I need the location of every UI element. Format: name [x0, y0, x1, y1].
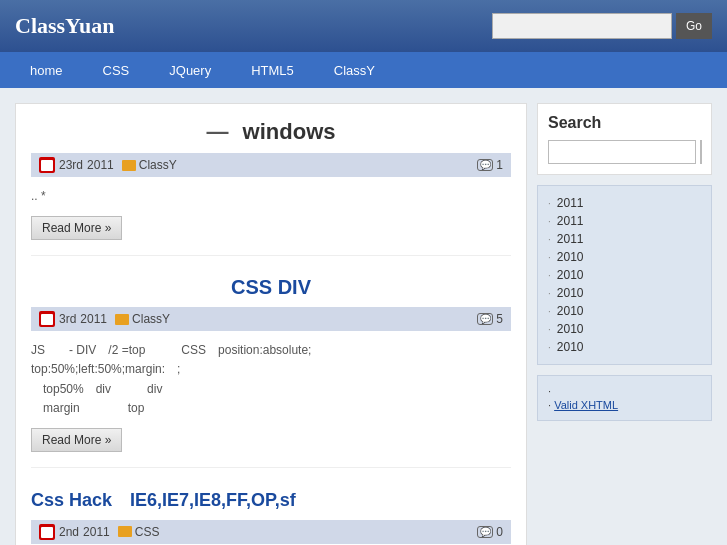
archive-item: ·2011: [548, 194, 701, 212]
calendar-icon-2: [39, 311, 55, 327]
post-2-cat-label: ClassY: [132, 312, 170, 326]
archive-item: ·2010: [548, 284, 701, 302]
post-2-title: CSS DIV: [31, 276, 511, 299]
post-3: Css Hack IE6,IE7,IE8,FF,OP,sf 2nd 2011 C…: [31, 488, 511, 545]
archive-item: ·2011: [548, 230, 701, 248]
footer-item-2: · Valid XHTML: [548, 398, 701, 412]
post-1-dash: —: [206, 119, 228, 144]
post-1-comment-count: 1: [496, 158, 503, 172]
sidebar-footer: · · Valid XHTML: [537, 375, 712, 421]
folder-icon-3: [118, 526, 132, 537]
post-2-day: 3rd: [59, 312, 76, 326]
search-input-top[interactable]: [492, 13, 672, 39]
post-3-year: 2011: [83, 525, 110, 539]
footer-item-1: ·: [548, 384, 701, 398]
post-3-title: Css Hack IE6,IE7,IE8,FF,OP,sf: [31, 488, 511, 512]
post-3-cat-label: CSS: [135, 525, 160, 539]
archive-item: ·2010: [548, 248, 701, 266]
sidebar-search-row: [548, 140, 701, 164]
post-2-body: JS - DIV /2 =top CSS position:absolute; …: [31, 341, 511, 418]
post-1-cat-label: ClassY: [139, 158, 177, 172]
post-2-category: ClassY: [115, 312, 170, 326]
search-bar-top: Go: [492, 13, 712, 39]
post-3-category: CSS: [118, 525, 160, 539]
nav: home CSS JQuery HTML5 ClassY: [0, 52, 727, 88]
sidebar: Search ·2011 ·2011 ·2011 ·2010 ·2010 ·20…: [537, 103, 712, 545]
nav-jquery[interactable]: JQuery: [149, 55, 231, 86]
comment-bubble-icon-2: 💬: [477, 313, 493, 325]
post-3-day: 2nd: [59, 525, 79, 539]
folder-icon: [122, 160, 136, 171]
calendar-icon-3: [39, 524, 55, 540]
post-3-meta: 2nd 2011 CSS 💬 0: [31, 520, 511, 544]
sidebar-search-title: Search: [548, 114, 701, 132]
nav-css[interactable]: CSS: [83, 55, 150, 86]
post-1: — windows 23rd 2011 ClassY 💬 1 .. *: [31, 119, 511, 256]
search-button-top[interactable]: Go: [676, 13, 712, 39]
post-3-comments: 💬 0: [477, 525, 503, 539]
post-1-meta: 23rd 2011 ClassY 💬 1: [31, 153, 511, 177]
archive-item: ·2010: [548, 266, 701, 284]
archive-item: ·2010: [548, 338, 701, 356]
post-1-day: 23rd: [59, 158, 83, 172]
post-1-date: 23rd 2011: [39, 157, 114, 173]
comment-bubble-icon-3: 💬: [477, 526, 493, 538]
post-1-title-text: windows: [243, 119, 336, 144]
post-1-body: .. *: [31, 187, 511, 206]
post-2: CSS DIV 3rd 2011 ClassY 💬 5 JS - DIV /2 …: [31, 276, 511, 468]
sidebar-search-section: Search: [537, 103, 712, 175]
content-area: — windows 23rd 2011 ClassY 💬 1 .. *: [15, 103, 527, 545]
site-title: ClassYuan: [15, 13, 114, 39]
sidebar-search-input[interactable]: [548, 140, 696, 164]
calendar-icon: [39, 157, 55, 173]
main-layout: — windows 23rd 2011 ClassY 💬 1 .. *: [0, 88, 727, 545]
archive-item: ·2010: [548, 302, 701, 320]
archive-item: ·2011: [548, 212, 701, 230]
nav-html5[interactable]: HTML5: [231, 55, 314, 86]
post-2-meta: 3rd 2011 ClassY 💬 5: [31, 307, 511, 331]
post-1-category: ClassY: [122, 158, 177, 172]
nav-classy[interactable]: ClassY: [314, 55, 395, 86]
sidebar-search-button[interactable]: [700, 140, 702, 164]
post-1-comments: 💬 1: [477, 158, 503, 172]
archive-item: ·2010: [548, 320, 701, 338]
post-1-title: — windows: [31, 119, 511, 145]
comment-bubble-icon: 💬: [477, 159, 493, 171]
valid-xhtml-link[interactable]: Valid XHTML: [554, 399, 618, 411]
nav-home[interactable]: home: [10, 55, 83, 86]
post-2-read-more[interactable]: Read More »: [31, 428, 122, 452]
post-1-read-more[interactable]: Read More »: [31, 216, 122, 240]
post-2-comments: 💬 5: [477, 312, 503, 326]
post-3-date: 2nd 2011: [39, 524, 110, 540]
post-2-date: 3rd 2011: [39, 311, 107, 327]
sidebar-archive: ·2011 ·2011 ·2011 ·2010 ·2010 ·2010 ·201…: [537, 185, 712, 365]
header: ClassYuan Go: [0, 0, 727, 52]
post-2-year: 2011: [80, 312, 107, 326]
post-1-year: 2011: [87, 158, 114, 172]
post-3-comment-count: 0: [496, 525, 503, 539]
post-2-comment-count: 5: [496, 312, 503, 326]
folder-icon-2: [115, 314, 129, 325]
